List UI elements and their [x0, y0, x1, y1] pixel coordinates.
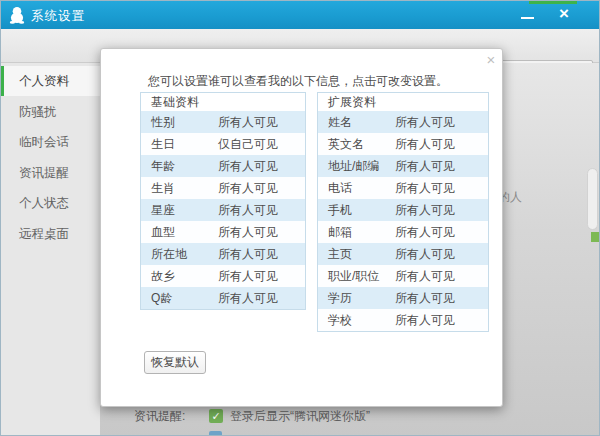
field-label: 职业/职位	[318, 265, 395, 287]
profile-field-row[interactable]: 生肖所有人可见	[141, 177, 305, 199]
profile-field-row[interactable]: 生日仅自己可见	[141, 133, 305, 155]
field-visibility-value[interactable]: 所有人可见	[395, 265, 455, 287]
profile-field-row[interactable]: 所在地所有人可见	[141, 243, 305, 265]
news-checkbox[interactable]: ✓	[209, 409, 223, 423]
field-label: Q龄	[141, 287, 218, 309]
profile-field-row[interactable]: 学历所有人可见	[318, 287, 488, 309]
field-label: 故乡	[141, 265, 218, 287]
field-visibility-value[interactable]: 所有人可见	[395, 221, 455, 243]
title-bar: 系统设置 ×	[1, 1, 600, 29]
sidebar-item[interactable]: 防骚扰	[1, 97, 100, 127]
qq-penguin-icon	[9, 6, 25, 24]
dialog-instruction: 您可以设置谁可以查看我的以下信息，点击可改变设置。	[148, 73, 448, 90]
profile-field-row[interactable]: 年龄所有人可见	[141, 155, 305, 177]
settings-window: 系统设置 × 基本设置 安全设置 权限设置 搜索设置项	[0, 0, 600, 436]
scrollbar-thumb[interactable]	[587, 168, 598, 230]
sidebar: 个人资料防骚扰临时会话资讯提醒个人状态远程桌面	[1, 63, 100, 436]
field-label: 电话	[318, 177, 395, 199]
partial-checkbox	[209, 431, 222, 436]
field-visibility-value[interactable]: 所有人可见	[395, 243, 455, 265]
field-label: 地址/邮编	[318, 155, 395, 177]
profile-field-row[interactable]: 地址/邮编所有人可见	[318, 155, 488, 177]
profile-field-row[interactable]: 英文名所有人可见	[318, 133, 488, 155]
field-visibility-value[interactable]: 所有人可见	[218, 221, 278, 243]
field-visibility-value[interactable]: 所有人可见	[395, 111, 455, 133]
news-reminder-label: 资讯提醒:	[134, 408, 209, 425]
profile-field-row[interactable]: 故乡所有人可见	[141, 265, 305, 287]
profile-field-row[interactable]: 血型所有人可见	[141, 221, 305, 243]
field-label: 血型	[141, 221, 218, 243]
sidebar-item[interactable]: 临时会话	[1, 127, 100, 157]
field-visibility-value[interactable]: 所有人可见	[218, 243, 278, 265]
field-label: 英文名	[318, 133, 395, 155]
field-label: 学历	[318, 287, 395, 309]
extended-profile-table: 扩展资料姓名所有人可见英文名所有人可见地址/邮编所有人可见电话所有人可见手机所有…	[317, 92, 489, 332]
news-reminder-row: 资讯提醒: ✓ 登录后显示“腾讯网迷你版”	[134, 408, 370, 424]
field-visibility-value[interactable]: 所有人可见	[395, 199, 455, 221]
news-option-label: 登录后显示“腾讯网迷你版”	[230, 408, 370, 425]
field-label: 所在地	[141, 243, 218, 265]
field-label: 手机	[318, 199, 395, 221]
field-label: 邮箱	[318, 221, 395, 243]
privacy-settings-dialog: × 您可以设置谁可以查看我的以下信息，点击可改变设置。 基础资料性别所有人可见生…	[100, 48, 503, 407]
profile-field-row[interactable]: 手机所有人可见	[318, 199, 488, 221]
field-visibility-value[interactable]: 所有人可见	[218, 265, 278, 287]
sidebar-item[interactable]: 远程桌面	[1, 219, 100, 249]
basic-profile-table: 基础资料性别所有人可见生日仅自己可见年龄所有人可见生肖所有人可见星座所有人可见血…	[140, 92, 306, 310]
sidebar-item[interactable]: 个人状态	[1, 188, 100, 218]
sidebar-item[interactable]: 资讯提醒	[1, 158, 100, 188]
profile-field-row[interactable]: 职业/职位所有人可见	[318, 265, 488, 287]
field-label: 生日	[141, 133, 218, 155]
profile-field-row[interactable]: 星座所有人可见	[141, 199, 305, 221]
field-label: 主页	[318, 243, 395, 265]
field-visibility-value[interactable]: 所有人可见	[395, 155, 455, 177]
field-label: 姓名	[318, 111, 395, 133]
field-label: 星座	[141, 199, 218, 221]
window-title: 系统设置	[31, 8, 85, 25]
field-visibility-value[interactable]: 所有人可见	[395, 133, 455, 155]
field-label: 性别	[141, 111, 218, 133]
profile-field-row[interactable]: 学校所有人可见	[318, 309, 488, 331]
field-visibility-value[interactable]: 所有人可见	[218, 155, 278, 177]
minimize-icon	[521, 17, 534, 19]
field-visibility-value[interactable]: 所有人可见	[218, 111, 278, 133]
dialog-close-icon[interactable]: ×	[482, 51, 500, 69]
sidebar-item[interactable]: 个人资料	[1, 66, 100, 96]
field-label: 生肖	[141, 177, 218, 199]
field-visibility-value[interactable]: 所有人可见	[395, 287, 455, 309]
profile-field-row[interactable]: 电话所有人可见	[318, 177, 488, 199]
field-visibility-value[interactable]: 所有人可见	[218, 199, 278, 221]
field-label: 年龄	[141, 155, 218, 177]
close-button[interactable]: ×	[551, 1, 577, 27]
profile-field-row[interactable]: 姓名所有人可见	[318, 111, 488, 133]
minimize-button[interactable]	[515, 1, 541, 27]
profile-field-row[interactable]: 性别所有人可见	[141, 111, 305, 133]
field-visibility-value[interactable]: 所有人可见	[395, 177, 455, 199]
field-visibility-value[interactable]: 所有人可见	[395, 309, 455, 331]
field-visibility-value[interactable]: 所有人可见	[218, 287, 278, 309]
restore-defaults-button[interactable]: 恢复默认	[144, 351, 206, 374]
table-title: 基础资料	[141, 93, 305, 111]
field-label: 学校	[318, 309, 395, 331]
green-artifact	[591, 232, 600, 242]
table-title: 扩展资料	[318, 93, 488, 111]
profile-field-row[interactable]: 邮箱所有人可见	[318, 221, 488, 243]
field-visibility-value[interactable]: 仅自己可见	[218, 133, 278, 155]
profile-field-row[interactable]: Q龄所有人可见	[141, 287, 305, 309]
profile-field-row[interactable]: 主页所有人可见	[318, 243, 488, 265]
field-visibility-value[interactable]: 所有人可见	[218, 177, 278, 199]
